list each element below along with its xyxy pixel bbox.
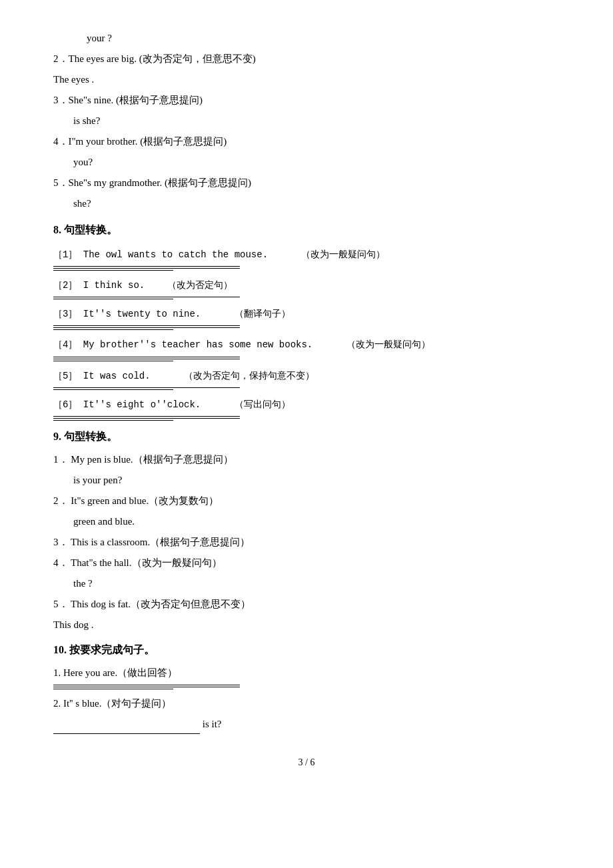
section8-item4-lines — [53, 357, 560, 361]
section10-item2: 2. It'' s blue.（对句子提问） — [53, 695, 560, 713]
item2-answer: The eyes . — [53, 71, 560, 89]
section8-item5: ［5］ It was cold. （改为否定句，保持句意不变） — [53, 368, 560, 385]
answer-line — [53, 685, 240, 685]
item4-answer: you? — [53, 153, 560, 171]
answer-line — [53, 268, 240, 269]
section8-title: 8. 句型转换。 — [53, 221, 560, 240]
section9-item5-answer: This dog . — [53, 616, 560, 634]
section8-item2-lines — [53, 297, 560, 299]
answer-line — [53, 387, 240, 388]
section9-item1-answer: is your pen? — [53, 471, 560, 489]
section9-title: 9. 句型转换。 — [53, 427, 560, 447]
item2-text: 2．The eyes are big. (改为否定句，但意思不变) — [53, 50, 560, 68]
answer-line — [53, 389, 173, 390]
answer-line — [53, 359, 240, 359]
section8-item6: ［6］ It''s eight o''clock. （写出问句） — [53, 397, 560, 413]
answer-line — [53, 327, 240, 328]
section9-item2: 2． It"s green and blue.（改为复数句） — [53, 492, 560, 510]
continuation-line1: your ? — [53, 29, 560, 47]
section9-item3: 3． This is a classroom.（根据句子意思提问） — [53, 533, 560, 551]
answer-line — [53, 297, 240, 297]
section10-item1-lines — [53, 685, 560, 689]
section8-item2: ［2］ I think so. （改为否定句） — [53, 277, 560, 294]
page-content: your ? 2．The eyes are big. (改为否定句，但意思不变)… — [53, 29, 560, 771]
section8-item1-lines — [53, 266, 560, 271]
answer-line — [53, 361, 173, 361]
answer-line — [53, 299, 173, 299]
answer-line — [53, 687, 240, 687]
section8-item6-lines — [53, 416, 560, 421]
item3-answer: is she? — [53, 112, 560, 130]
section8-item1: ［1］ The owl wants to catch the mouse. （改… — [53, 247, 560, 263]
continuation-section: your ? 2．The eyes are big. (改为否定句，但意思不变)… — [53, 29, 560, 213]
answer-line — [53, 357, 240, 357]
section9-item1: 1． My pen is blue.（根据句子意思提问） — [53, 451, 560, 469]
section10-title: 10. 按要求完成句子。 — [53, 641, 560, 660]
answer-line — [53, 329, 173, 330]
section8-item5-lines — [53, 387, 560, 390]
section8-item3-lines — [53, 325, 560, 330]
section9-item5: 5． This dog is fat.（改为否定句但意思不变） — [53, 595, 560, 613]
item5-text: 5．She"s my grandmother. (根据句子意思提问) — [53, 174, 560, 192]
section9-item2-answer: green and blue. — [53, 513, 560, 531]
section10-item2-answer: is it? — [53, 715, 560, 734]
item5-answer: she? — [53, 195, 560, 213]
answer-line — [53, 266, 240, 267]
section8-item3: ［3］ It''s twenty to nine. （翻译句子） — [53, 306, 560, 323]
section10-item1: 1. Here you are.（做出回答） — [53, 664, 560, 682]
section9-item4: 4． That"s the hall.（改为一般疑问句） — [53, 554, 560, 572]
answer-line — [53, 270, 173, 271]
answer-line — [53, 689, 173, 689]
section9-item4-answer: the ? — [53, 575, 560, 593]
answer-line — [53, 325, 240, 326]
section8-item4: ［4］ My brother''s teacher has some new b… — [53, 337, 560, 353]
answer-line — [53, 418, 240, 419]
item4-text: 4．I"m your brother. (根据句子意思提问) — [53, 133, 560, 151]
answer-line — [53, 420, 173, 421]
answer-line — [53, 416, 240, 417]
item3-text: 3．She"s nine. (根据句子意思提问) — [53, 91, 560, 109]
page-number: 3 / 6 — [53, 754, 560, 771]
